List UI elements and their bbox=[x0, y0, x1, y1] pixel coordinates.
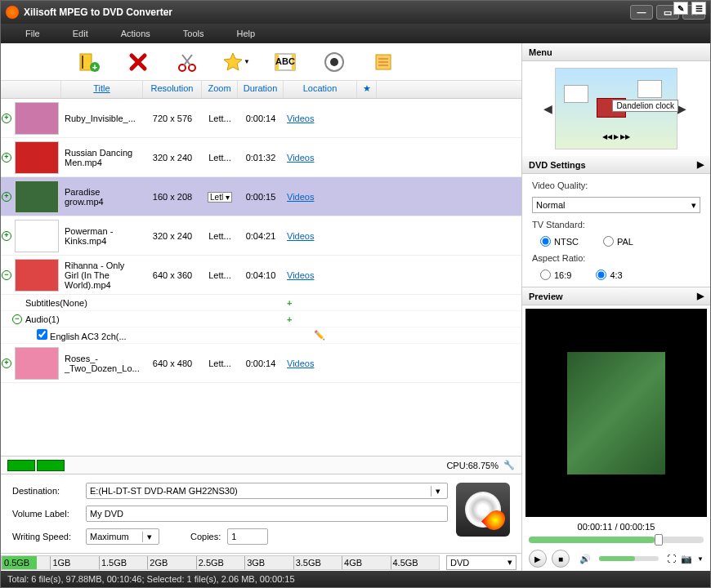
volume-icon[interactable]: 🔊 bbox=[579, 554, 591, 564]
menu-template-preview[interactable]: Dandelion clock ◀◀ ▶ ▶▶ bbox=[555, 68, 677, 149]
file-title: Ruby_Invisible_... bbox=[61, 114, 143, 123]
file-location-link[interactable]: Videos bbox=[287, 192, 314, 202]
record-button[interactable] bbox=[320, 47, 349, 77]
file-row[interactable]: + Roses_-_Two_Dozen_Lo... 640 x 480 Lett… bbox=[1, 344, 521, 383]
file-zoom: Lett... bbox=[202, 359, 238, 368]
add-audio-icon[interactable]: + bbox=[287, 314, 292, 324]
menu-file[interactable]: File bbox=[9, 29, 56, 38]
cut-button[interactable] bbox=[172, 47, 202, 77]
col-duration[interactable]: Duration bbox=[238, 81, 284, 98]
preview-expand-icon[interactable]: ▶ bbox=[697, 291, 704, 301]
fullscreen-icon[interactable]: ⛶ bbox=[667, 554, 676, 564]
volume-slider[interactable] bbox=[599, 556, 659, 561]
minimize-button[interactable]: — bbox=[630, 5, 653, 20]
file-row[interactable]: − Rihanna - Only Girl (In The World).mp4… bbox=[1, 256, 521, 295]
file-location-link[interactable]: Videos bbox=[287, 270, 314, 280]
chevron-down-icon[interactable]: ▾ bbox=[431, 486, 444, 497]
file-location-link[interactable]: Videos bbox=[287, 153, 314, 163]
menu-actions[interactable]: Actions bbox=[105, 29, 167, 38]
size-tick: 0.5GB bbox=[2, 556, 50, 569]
file-resolution: 320 x 240 bbox=[143, 153, 202, 163]
file-title: Roses_-_Two_Dozen_Lo... bbox=[61, 354, 143, 373]
menu-help[interactable]: Help bbox=[220, 29, 271, 38]
thumbnail bbox=[15, 259, 59, 292]
audio-track-checkbox[interactable] bbox=[37, 329, 47, 340]
menu-edit[interactable]: Edit bbox=[56, 29, 105, 38]
menu-prev-button[interactable]: ◀ bbox=[543, 102, 555, 115]
expand-toggle[interactable]: + bbox=[1, 231, 12, 241]
output-settings: Destination: E:(HL-DT-ST DVD-RAM GH22NS3… bbox=[1, 474, 521, 553]
media-dropdown[interactable]: DVD▾ bbox=[446, 555, 516, 570]
chevron-down-icon[interactable]: ▾ bbox=[508, 557, 512, 568]
expand-toggle[interactable]: + bbox=[1, 359, 12, 368]
menu-next-button[interactable]: ▶ bbox=[677, 102, 689, 115]
col-title[interactable]: Title bbox=[61, 81, 143, 98]
play-button[interactable]: ▶ bbox=[529, 550, 547, 568]
audio-row[interactable]: −Audio(1)+ bbox=[1, 311, 521, 327]
chevron-down-icon[interactable]: ▾ bbox=[142, 532, 155, 542]
file-zoom: Lett... bbox=[202, 231, 238, 241]
size-tick: 1GB bbox=[50, 556, 98, 569]
subtitle-button[interactable]: ABC bbox=[271, 47, 300, 77]
ntsc-radio[interactable]: NTSC bbox=[540, 236, 579, 247]
writing-speed-label: Writing Speed: bbox=[12, 532, 79, 541]
writing-speed-dropdown[interactable]: Maximum▾ bbox=[86, 528, 159, 545]
expand-toggle[interactable]: + bbox=[1, 153, 12, 163]
expand-toggle[interactable]: + bbox=[1, 114, 12, 123]
zoom-dropdown[interactable]: Letl ▾ bbox=[208, 192, 232, 203]
collapse-audio-icon[interactable]: − bbox=[12, 314, 22, 324]
pal-radio[interactable]: PAL bbox=[603, 236, 633, 247]
destination-dropdown[interactable]: E:(HL-DT-ST DVD-RAM GH22NS30)▾ bbox=[86, 483, 448, 499]
col-resolution[interactable]: Resolution bbox=[143, 81, 202, 98]
copies-label: Copies: bbox=[190, 532, 221, 541]
burn-button[interactable] bbox=[456, 483, 510, 537]
file-duration: 0:00:14 bbox=[238, 114, 284, 123]
file-row[interactable]: + Ruby_Invisible_... 720 x 576 Lett... 0… bbox=[1, 99, 521, 138]
audio-track-row[interactable]: English AC3 2ch(...✏️ bbox=[1, 327, 521, 344]
volume-label-input[interactable] bbox=[86, 506, 448, 522]
menu-template-tooltip: Dandelion clock bbox=[612, 100, 678, 112]
preview-viewport bbox=[525, 309, 707, 517]
preview-seek-slider[interactable] bbox=[529, 537, 704, 543]
file-resolution: 720 x 576 bbox=[143, 114, 202, 123]
menu-tools[interactable]: Tools bbox=[167, 29, 221, 38]
file-row[interactable]: + Powerman - Kinks.mp4 320 x 240 Lett...… bbox=[1, 216, 521, 256]
dvd-settings-expand-icon[interactable]: ▶ bbox=[697, 159, 704, 170]
snapshot-icon[interactable]: 📷 bbox=[681, 554, 692, 564]
preview-header: Preview ▶ bbox=[522, 287, 710, 305]
menu-edit-button[interactable]: ✎ bbox=[673, 2, 688, 15]
file-duration: 0:04:21 bbox=[238, 231, 284, 241]
menu-list-button[interactable]: ☰ bbox=[691, 2, 706, 15]
file-location-link[interactable]: Videos bbox=[287, 231, 314, 241]
properties-button[interactable] bbox=[369, 47, 398, 77]
size-tick: 3.5GB bbox=[293, 556, 342, 569]
stop-button[interactable]: ■ bbox=[552, 550, 570, 568]
file-location-link[interactable]: Videos bbox=[287, 114, 314, 123]
tv-standard-label: TV Standard: bbox=[532, 220, 700, 229]
file-duration: 0:04:10 bbox=[238, 270, 284, 280]
svg-text:ABC: ABC bbox=[275, 56, 295, 66]
chevron-down-icon[interactable]: ▾ bbox=[691, 200, 696, 211]
video-quality-dropdown[interactable]: Normal▾ bbox=[532, 197, 700, 213]
delete-button[interactable] bbox=[123, 47, 153, 77]
col-star[interactable]: ★ bbox=[357, 81, 377, 98]
copies-input[interactable] bbox=[227, 528, 268, 545]
expand-toggle[interactable]: − bbox=[1, 270, 12, 280]
subtitles-row[interactable]: Subtitles(None)+ bbox=[1, 295, 521, 311]
effects-button[interactable]: ▼ bbox=[221, 47, 251, 77]
file-location-link[interactable]: Videos bbox=[287, 359, 314, 368]
dvd-settings-panel: Video Quality: Normal▾ TV Standard: NTSC… bbox=[522, 174, 710, 287]
aspect-169-radio[interactable]: 16:9 bbox=[540, 270, 571, 280]
cpu-settings-icon[interactable]: 🔧 bbox=[503, 460, 515, 470]
volume-label-label: Volume Label: bbox=[12, 509, 79, 519]
add-file-button[interactable]: + bbox=[74, 47, 104, 77]
col-location[interactable]: Location bbox=[284, 81, 357, 98]
expand-toggle[interactable]: + bbox=[1, 192, 12, 202]
file-row[interactable]: + Paradise grow.mp4 160 x 208 Letl ▾ 0:0… bbox=[1, 177, 521, 216]
add-subtitle-icon[interactable]: + bbox=[287, 298, 292, 308]
col-zoom[interactable]: Zoom bbox=[202, 81, 238, 98]
aspect-43-radio[interactable]: 4:3 bbox=[596, 270, 622, 280]
slider-knob-icon[interactable] bbox=[655, 534, 663, 546]
file-row[interactable]: + Russian Dancing Men.mp4 320 x 240 Lett… bbox=[1, 138, 521, 177]
edit-audio-icon[interactable]: ✏️ bbox=[314, 330, 325, 341]
